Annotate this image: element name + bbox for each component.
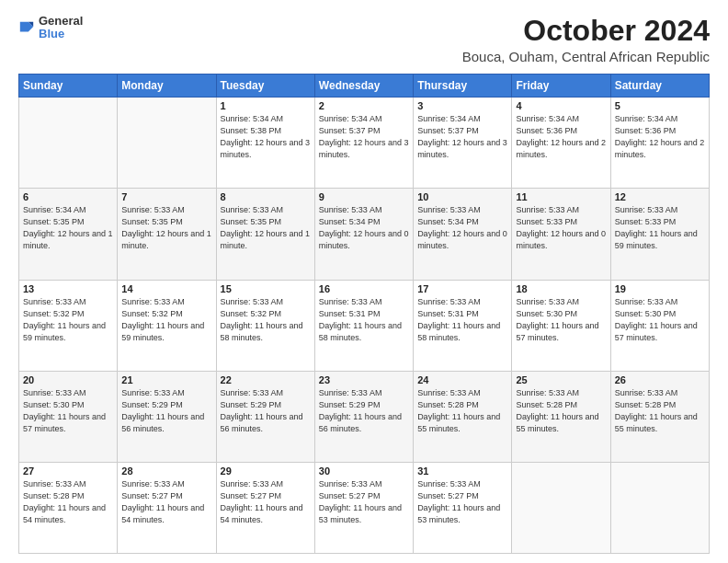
table-row: 10Sunrise: 5:33 AM Sunset: 5:34 PM Dayli… [414,189,512,280]
day-number: 23 [319,374,409,385]
day-number: 11 [516,191,606,202]
day-number: 29 [221,465,311,477]
cell-info: Sunrise: 5:33 AM Sunset: 5:32 PM Dayligh… [121,296,211,344]
cell-info: Sunrise: 5:33 AM Sunset: 5:28 PM Dayligh… [516,387,606,435]
table-row: 15Sunrise: 5:33 AM Sunset: 5:32 PM Dayli… [216,280,314,371]
table-row: 6Sunrise: 5:34 AM Sunset: 5:35 PM Daylig… [19,189,118,280]
col-monday: Monday [118,75,216,98]
table-row: 25Sunrise: 5:33 AM Sunset: 5:28 PM Dayli… [512,371,610,462]
day-number: 19 [615,283,705,294]
logo: General Blue [18,15,83,41]
day-number: 3 [417,100,507,111]
cell-info: Sunrise: 5:33 AM Sunset: 5:29 PM Dayligh… [319,387,409,435]
table-row: 11Sunrise: 5:33 AM Sunset: 5:33 PM Dayli… [512,189,610,280]
table-row: 29Sunrise: 5:33 AM Sunset: 5:27 PM Dayli… [216,462,314,553]
day-number: 9 [319,191,409,202]
calendar-week-row: 27Sunrise: 5:33 AM Sunset: 5:28 PM Dayli… [19,462,710,553]
col-saturday: Saturday [610,75,709,98]
day-number: 6 [23,191,113,202]
table-row: 7Sunrise: 5:33 AM Sunset: 5:35 PM Daylig… [118,189,216,280]
table-row: 13Sunrise: 5:33 AM Sunset: 5:32 PM Dayli… [19,280,118,371]
calendar-week-row: 20Sunrise: 5:33 AM Sunset: 5:30 PM Dayli… [19,371,710,462]
table-row: 21Sunrise: 5:33 AM Sunset: 5:29 PM Dayli… [118,371,216,462]
cell-info: Sunrise: 5:33 AM Sunset: 5:28 PM Dayligh… [417,387,507,435]
day-number: 26 [615,374,705,385]
day-number: 12 [615,191,705,202]
cell-info: Sunrise: 5:33 AM Sunset: 5:27 PM Dayligh… [417,478,507,526]
day-number: 30 [319,465,409,477]
cell-info: Sunrise: 5:34 AM Sunset: 5:36 PM Dayligh… [516,113,606,161]
calendar-week-row: 1Sunrise: 5:34 AM Sunset: 5:38 PM Daylig… [19,98,710,189]
day-number: 25 [516,374,606,385]
cell-info: Sunrise: 5:33 AM Sunset: 5:29 PM Dayligh… [221,387,311,435]
table-row: 14Sunrise: 5:33 AM Sunset: 5:32 PM Dayli… [118,280,216,371]
cell-info: Sunrise: 5:33 AM Sunset: 5:28 PM Dayligh… [23,478,113,526]
day-number: 16 [319,283,409,294]
table-row: 24Sunrise: 5:33 AM Sunset: 5:28 PM Dayli… [414,371,512,462]
table-row: 17Sunrise: 5:33 AM Sunset: 5:31 PM Dayli… [414,280,512,371]
logo-text: General Blue [39,15,83,41]
cell-info: Sunrise: 5:34 AM Sunset: 5:36 PM Dayligh… [615,113,705,161]
month-title: October 2024 [462,15,710,47]
cell-info: Sunrise: 5:33 AM Sunset: 5:27 PM Dayligh… [319,478,409,526]
table-row: 22Sunrise: 5:33 AM Sunset: 5:29 PM Dayli… [216,371,314,462]
table-row: 19Sunrise: 5:33 AM Sunset: 5:30 PM Dayli… [610,280,709,371]
day-number: 13 [23,283,113,294]
table-row [610,462,709,553]
cell-info: Sunrise: 5:33 AM Sunset: 5:31 PM Dayligh… [319,296,409,344]
cell-info: Sunrise: 5:33 AM Sunset: 5:33 PM Dayligh… [516,204,606,252]
table-row: 12Sunrise: 5:33 AM Sunset: 5:33 PM Dayli… [610,189,709,280]
logo-icon [18,18,35,37]
cell-info: Sunrise: 5:33 AM Sunset: 5:30 PM Dayligh… [615,296,705,344]
table-row: 31Sunrise: 5:33 AM Sunset: 5:27 PM Dayli… [414,462,512,553]
cell-info: Sunrise: 5:34 AM Sunset: 5:35 PM Dayligh… [23,204,113,252]
table-row: 27Sunrise: 5:33 AM Sunset: 5:28 PM Dayli… [19,462,118,553]
day-number: 15 [221,283,311,294]
day-number: 21 [121,374,211,385]
day-number: 27 [23,465,113,477]
day-number: 28 [121,465,211,477]
table-row: 9Sunrise: 5:33 AM Sunset: 5:34 PM Daylig… [314,189,413,280]
cell-info: Sunrise: 5:33 AM Sunset: 5:32 PM Dayligh… [221,296,311,344]
cell-info: Sunrise: 5:33 AM Sunset: 5:32 PM Dayligh… [23,296,113,344]
table-row: 28Sunrise: 5:33 AM Sunset: 5:27 PM Dayli… [118,462,216,553]
table-row: 8Sunrise: 5:33 AM Sunset: 5:35 PM Daylig… [216,189,314,280]
cell-info: Sunrise: 5:33 AM Sunset: 5:34 PM Dayligh… [417,204,507,252]
logo-general: General [39,15,83,28]
col-sunday: Sunday [19,75,118,98]
day-number: 5 [615,100,705,111]
table-row: 3Sunrise: 5:34 AM Sunset: 5:37 PM Daylig… [414,98,512,189]
cell-info: Sunrise: 5:34 AM Sunset: 5:37 PM Dayligh… [417,113,507,161]
day-number: 7 [121,191,211,202]
cell-info: Sunrise: 5:33 AM Sunset: 5:30 PM Dayligh… [23,387,113,435]
cell-info: Sunrise: 5:33 AM Sunset: 5:33 PM Dayligh… [615,204,705,252]
day-number: 17 [417,283,507,294]
cell-info: Sunrise: 5:34 AM Sunset: 5:37 PM Dayligh… [319,113,409,161]
table-row: 30Sunrise: 5:33 AM Sunset: 5:27 PM Dayli… [314,462,413,553]
col-thursday: Thursday [414,75,512,98]
cell-info: Sunrise: 5:33 AM Sunset: 5:34 PM Dayligh… [319,204,409,252]
day-number: 22 [221,374,311,385]
table-row [512,462,610,553]
table-row: 4Sunrise: 5:34 AM Sunset: 5:36 PM Daylig… [512,98,610,189]
cell-info: Sunrise: 5:33 AM Sunset: 5:28 PM Dayligh… [615,387,705,435]
table-row [118,98,216,189]
day-number: 14 [121,283,211,294]
calendar-header-row: Sunday Monday Tuesday Wednesday Thursday… [19,75,710,98]
table-row: 26Sunrise: 5:33 AM Sunset: 5:28 PM Dayli… [610,371,709,462]
cell-info: Sunrise: 5:33 AM Sunset: 5:29 PM Dayligh… [121,387,211,435]
cell-info: Sunrise: 5:33 AM Sunset: 5:35 PM Dayligh… [221,204,311,252]
day-number: 4 [516,100,606,111]
cell-info: Sunrise: 5:33 AM Sunset: 5:30 PM Dayligh… [516,296,606,344]
day-number: 24 [417,374,507,385]
cell-info: Sunrise: 5:34 AM Sunset: 5:38 PM Dayligh… [221,113,311,161]
table-row [19,98,118,189]
col-wednesday: Wednesday [314,75,413,98]
table-row: 2Sunrise: 5:34 AM Sunset: 5:37 PM Daylig… [314,98,413,189]
table-row: 1Sunrise: 5:34 AM Sunset: 5:38 PM Daylig… [216,98,314,189]
header: General Blue October 2024 Bouca, Ouham, … [18,15,710,64]
logo-blue: Blue [39,28,83,40]
cell-info: Sunrise: 5:33 AM Sunset: 5:27 PM Dayligh… [221,478,311,526]
table-row: 20Sunrise: 5:33 AM Sunset: 5:30 PM Dayli… [19,371,118,462]
cell-info: Sunrise: 5:33 AM Sunset: 5:35 PM Dayligh… [121,204,211,252]
